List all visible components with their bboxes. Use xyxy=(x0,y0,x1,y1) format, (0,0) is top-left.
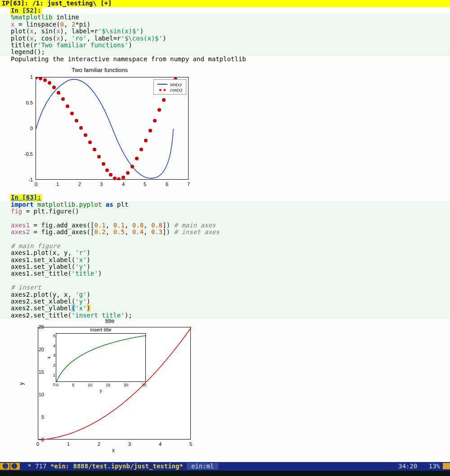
code-cell-63[interactable]: import matplotlib.pyplot as plt fig = pl… xyxy=(0,201,450,319)
editor-window: IP[63]: /1: just_testing\ [+] In [52]: %… xyxy=(0,0,450,462)
svg-point-0 xyxy=(36,77,38,79)
buffer-name[interactable]: *ein: 8888/test.ipynb/just_testing* xyxy=(50,463,183,470)
svg-point-8 xyxy=(70,112,74,115)
xtick: 5 xyxy=(72,383,74,388)
xtick: 15 xyxy=(106,383,110,388)
ytick: 0.5 xyxy=(26,100,33,105)
xtick: 5 xyxy=(144,181,146,187)
xtick: 6 xyxy=(166,181,168,187)
ytick: 0 xyxy=(30,126,33,131)
line-number: 717 xyxy=(35,463,46,470)
scroll-indicator-icon xyxy=(443,463,450,469)
ytick: 2 xyxy=(52,361,55,371)
xtick: 3 xyxy=(128,441,131,447)
ytick: 25 xyxy=(39,324,44,330)
input-prompt-63: In [63]: xyxy=(10,194,42,201)
ytick: 5 xyxy=(41,414,44,420)
cell-output-text: Populating the interactive namespace fro… xyxy=(0,56,450,63)
inset-ylabel: x xyxy=(46,357,51,359)
mode-line: ➋|➊ * 717 *ein: 8888/test.ipynb/just_tes… xyxy=(0,462,450,471)
svg-point-4 xyxy=(52,86,56,89)
xtick: 0 xyxy=(56,383,58,388)
plot2-title: title xyxy=(105,318,114,324)
cursor-position: 34:20 xyxy=(398,463,417,470)
xtick: 1 xyxy=(67,441,70,447)
svg-point-18 xyxy=(113,177,117,180)
svg-point-11 xyxy=(84,133,87,137)
svg-point-21 xyxy=(126,171,130,175)
plot1-legend: sin(x) ● ●cos(x) xyxy=(153,79,186,95)
notebook-worksheet[interactable]: In [52]: %matplotlib inline x = linspace… xyxy=(0,7,450,455)
ytick: 20 xyxy=(39,347,44,352)
svg-point-29 xyxy=(162,98,166,102)
xtick: 0 xyxy=(35,181,37,187)
ytick: 10 xyxy=(39,392,44,397)
svg-point-20 xyxy=(122,176,125,179)
svg-point-5 xyxy=(57,91,60,95)
svg-point-2 xyxy=(43,78,47,82)
xtick: 20 xyxy=(124,383,128,388)
ytick: -0.5 xyxy=(24,151,33,157)
ytick: 1 xyxy=(30,74,33,80)
xtick: 25 xyxy=(142,383,146,388)
xtick: 2 xyxy=(98,441,100,447)
plot2-xlabel: x xyxy=(112,448,115,453)
ytick: 1 xyxy=(52,371,55,381)
svg-point-7 xyxy=(66,104,69,108)
svg-point-23 xyxy=(135,157,139,160)
ytick: 4 xyxy=(52,341,55,351)
svg-point-13 xyxy=(93,148,96,151)
svg-point-16 xyxy=(105,168,109,172)
svg-point-1 xyxy=(39,77,42,80)
svg-point-17 xyxy=(109,173,112,177)
ytick: 3 xyxy=(52,351,55,361)
ytick: 0 xyxy=(52,380,55,390)
svg-point-15 xyxy=(102,162,105,166)
svg-point-10 xyxy=(79,126,83,130)
svg-point-25 xyxy=(144,139,148,142)
workspace-indicator[interactable]: ➋|➊ xyxy=(0,463,20,470)
svg-point-28 xyxy=(158,108,161,112)
xtick: 4 xyxy=(122,181,125,187)
xtick: 10 xyxy=(88,383,92,388)
ytick: 0 xyxy=(41,437,44,442)
xtick: 3 xyxy=(100,181,103,187)
svg-point-27 xyxy=(153,119,157,122)
ytick: 5 xyxy=(52,331,55,341)
major-mode[interactable]: ein:ml xyxy=(187,463,219,470)
svg-point-6 xyxy=(61,97,65,101)
svg-point-9 xyxy=(75,119,78,122)
svg-point-14 xyxy=(97,155,101,159)
plot-output-2: title y x 25 20 15 10 5 0 0 1 2 3 4 xyxy=(0,319,450,455)
svg-point-26 xyxy=(148,129,152,132)
svg-point-19 xyxy=(117,177,121,180)
plot-output-1: Two familiar functions xyxy=(0,63,450,194)
scroll-percent: 13% xyxy=(429,463,440,470)
code-cell-52[interactable]: %matplotlib inline x = linspace(0, 2*pi)… xyxy=(0,14,450,55)
plot2-ylabel: y xyxy=(19,382,25,385)
xtick: 4 xyxy=(159,441,162,447)
svg-point-22 xyxy=(130,165,134,168)
input-prompt-52: In [52]: xyxy=(10,7,42,14)
xtick: 0 xyxy=(36,441,39,447)
title-bar: IP[63]: /1: just_testing\ [+] xyxy=(0,0,450,7)
plot1-title: Two familiar functions xyxy=(72,67,128,73)
ytick: 15 xyxy=(39,369,44,375)
svg-point-3 xyxy=(48,81,51,85)
minibuffer[interactable] xyxy=(0,471,450,476)
inset-title: insert title xyxy=(90,327,111,332)
ytick: -1 xyxy=(28,177,33,182)
svg-point-24 xyxy=(140,148,143,151)
xtick: 5 xyxy=(189,441,192,447)
xtick: 1 xyxy=(56,181,59,187)
xtick: 7 xyxy=(187,181,190,187)
xtick: 2 xyxy=(78,181,81,187)
svg-point-12 xyxy=(88,141,92,144)
inset-xlabel: y xyxy=(100,388,102,393)
